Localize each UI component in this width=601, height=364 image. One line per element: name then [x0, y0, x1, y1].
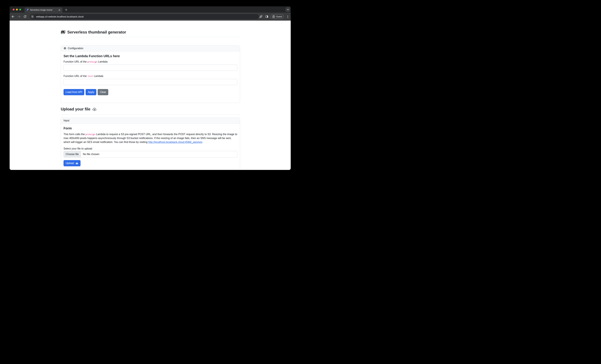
- config-heading: Set the Lambda Function URLs here: [63, 54, 237, 58]
- cloud-upload-icon: [92, 107, 97, 111]
- presign-url-input[interactable]: [63, 65, 237, 71]
- upload-section-heading: Upload your file: [61, 107, 240, 111]
- favicon: [26, 9, 29, 11]
- divider: [61, 37, 240, 37]
- presign-url-label: Function URL of the presign Lambda: [63, 60, 237, 63]
- ses-link[interactable]: http://localhost.localstack.cloud:4566/_…: [148, 141, 202, 143]
- window-controls: [13, 9, 21, 10]
- clear-button[interactable]: Clear: [98, 89, 108, 95]
- browser-window: Serverless image resizer: [10, 6, 291, 170]
- input-card-title: Input: [63, 119, 70, 122]
- tab-search-chevron-button[interactable]: [285, 7, 290, 12]
- presign-code: presign: [85, 133, 95, 136]
- input-card-header: Input: [61, 118, 240, 123]
- close-tab-icon[interactable]: [58, 9, 61, 11]
- configuration-card-header: Configuration: [61, 46, 240, 51]
- list-url-input[interactable]: [63, 79, 237, 85]
- form-description: This form calls the presign Lambda to re…: [63, 132, 237, 144]
- form-heading: Form: [63, 126, 237, 130]
- new-tab-button[interactable]: [64, 8, 68, 12]
- file-chosen-text: No file chosen: [81, 151, 101, 157]
- presign-code: presign: [87, 61, 97, 63]
- cloud-upload-fill-icon: [75, 162, 78, 165]
- choose-file-button[interactable]: Choose file: [64, 151, 81, 157]
- images-icon: [61, 30, 65, 34]
- profile-label: Guest: [276, 15, 282, 18]
- apply-button[interactable]: Apply: [86, 89, 96, 95]
- browser-toolbar: webapp.s3-website.localhost.localstack.c…: [10, 13, 291, 20]
- tab-title: Serverless image resizer: [30, 9, 58, 11]
- forward-button[interactable]: [17, 15, 21, 19]
- url-text: webapp.s3-website.localhost.localstack.c…: [36, 15, 84, 18]
- file-select-label: Select your file to upload: [63, 147, 237, 150]
- configuration-card-title: Configuration: [68, 47, 83, 50]
- file-input[interactable]: Choose file No file chosen: [63, 151, 237, 158]
- url-bar[interactable]: webapp.s3-website.localhost.localstack.c…: [30, 14, 259, 19]
- input-card: Input Form This form calls the presign L…: [61, 118, 240, 170]
- side-panel-icon[interactable]: [265, 15, 269, 19]
- page-content: Serverless thumbnail generator Configura…: [10, 20, 291, 170]
- list-code: list: [87, 75, 93, 78]
- site-settings-icon[interactable]: [30, 15, 34, 19]
- minimize-window-button[interactable]: [16, 9, 18, 10]
- config-buttons: Load from API Apply Clear: [63, 89, 237, 95]
- tab-strip: Serverless image resizer: [10, 6, 291, 13]
- performance-leaf-icon[interactable]: [259, 15, 263, 19]
- load-from-api-button[interactable]: Load from API: [63, 89, 84, 95]
- reload-button[interactable]: [23, 15, 27, 19]
- list-url-label: Function URL of the list Lambda: [63, 75, 237, 78]
- profile-button[interactable]: Guest: [270, 14, 284, 19]
- upload-button[interactable]: Upload: [63, 160, 80, 166]
- back-button[interactable]: [11, 15, 15, 19]
- browser-tab[interactable]: Serverless image resizer: [24, 7, 62, 13]
- close-window-button[interactable]: [13, 9, 15, 10]
- page-title: Serverless thumbnail generator: [61, 30, 240, 35]
- zoom-window-button[interactable]: [19, 9, 21, 10]
- browser-menu-icon[interactable]: [286, 15, 290, 19]
- gear-icon: [63, 47, 66, 50]
- configuration-card: Configuration Set the Lambda Function UR…: [61, 45, 240, 103]
